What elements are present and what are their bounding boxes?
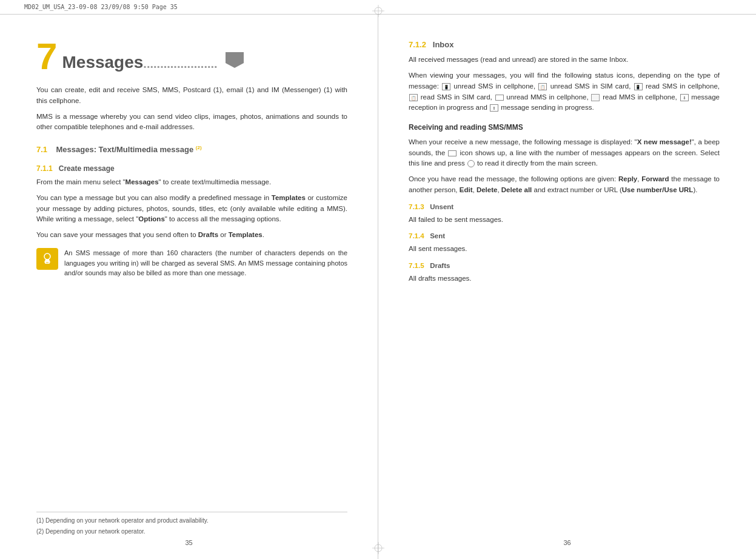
- chapter-dropdown-icon: [226, 52, 244, 72]
- unsent-para: All failed to be sent messages.: [409, 215, 720, 226]
- chapter-number: 7: [36, 38, 57, 75]
- footnote2: (2) Depending on your network operator.: [36, 527, 347, 537]
- tip-icon: [36, 248, 58, 270]
- footnotes: (1) Depending on your network operator a…: [36, 512, 347, 537]
- unread-mms-cellphone-icon: [495, 95, 504, 101]
- chapter-title-group: Messages......................: [62, 49, 244, 75]
- chapter-header: 7 Messages......................: [36, 39, 347, 75]
- right-page: 7.1.2 Inbox All received messages (read …: [378, 15, 756, 559]
- tip-text: An SMS message of more than 160 characte…: [64, 248, 347, 278]
- right-page-number: 36: [563, 538, 570, 548]
- receiving-para2: Once you have read the message, the foll…: [409, 174, 720, 196]
- drafts-para: All drafts messages.: [409, 273, 720, 284]
- read-sms-sim-icon: 📋: [409, 94, 418, 101]
- svg-point-7: [44, 253, 50, 259]
- left-page-number: 35: [185, 538, 192, 548]
- inbox-para2: When viewing your messages, you will fin…: [409, 70, 720, 113]
- footnote1: (1) Depending on your network operator a…: [36, 516, 347, 526]
- mms-paragraph: MMS is a message whereby you can send vi…: [36, 112, 347, 133]
- read-mms-cellphone-icon: [591, 94, 600, 101]
- section-713-heading: 7.1.3 Unsent: [409, 202, 720, 213]
- section-712-heading: 7.1.2 Inbox: [409, 39, 720, 51]
- svg-marker-6: [226, 52, 244, 68]
- create-para3: You can save your messages that you send…: [36, 230, 347, 241]
- create-para2: You can type a message but you can also …: [36, 193, 347, 225]
- intro-paragraph: You can create, edit and receive SMS, MM…: [36, 85, 347, 107]
- read-sms-cellphone-icon: 📱: [634, 83, 643, 90]
- section-711-heading: 7.1.1 Create message: [36, 163, 347, 175]
- book-pages: 7 Messages...................... You can…: [0, 15, 756, 559]
- section-714-heading: 7.1.4 Sent: [409, 231, 720, 242]
- reception-progress-icon: ⬇: [680, 94, 689, 101]
- chapter-title: Messages......................: [62, 53, 222, 72]
- section-715-heading: 7.1.5 Drafts: [409, 261, 720, 272]
- envelope-inline-icon: [448, 150, 457, 156]
- inbox-para1: All received messages (read and unread) …: [409, 55, 720, 65]
- crosshair-bottom: [372, 542, 384, 554]
- create-para1: From the main menu select "Messages" to …: [36, 177, 347, 188]
- tip-box: An SMS message of more than 160 characte…: [36, 248, 347, 278]
- unread-sms-cellphone-icon: 📱: [442, 83, 450, 90]
- circle-btn-icon: [467, 160, 475, 167]
- page-container: MD02_UM_USA_23-09-08 23/09/08 9:50 Page …: [0, 0, 756, 559]
- receiving-heading: Receiving and reading SMS/MMS: [409, 122, 720, 133]
- left-page: 7 Messages...................... You can…: [0, 15, 378, 559]
- receiving-para1: When your receive a new message, the fol…: [409, 137, 720, 169]
- unread-sms-sim-icon: 📋: [538, 83, 547, 90]
- sending-progress-icon: ⬆: [490, 104, 498, 112]
- section-71-heading: 7.1 Messages: Text/Multimedia message (2…: [36, 144, 347, 156]
- sent-para: All sent messages.: [409, 244, 720, 255]
